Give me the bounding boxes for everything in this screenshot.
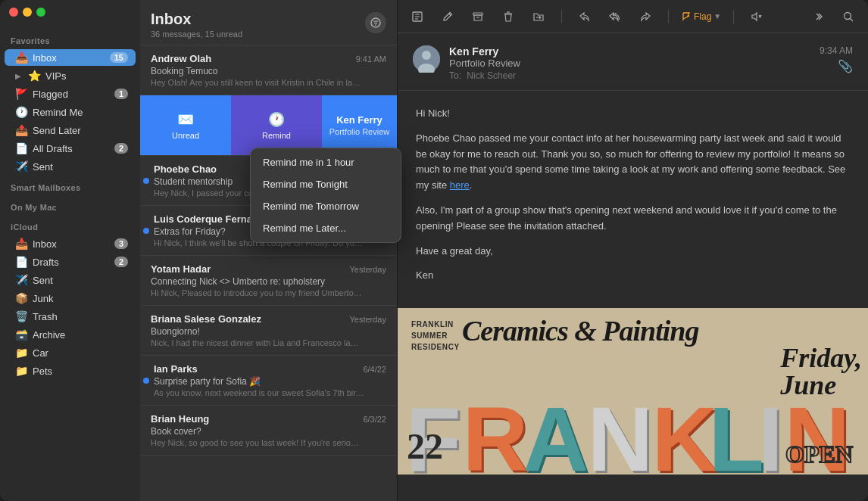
sidebar-item-icloud-car[interactable]: 📁 Car: [5, 344, 136, 361]
message-row[interactable]: Ian Parks 6/4/22 Surprise party for Sofi…: [140, 356, 397, 406]
sidebar-item-icloud-drafts[interactable]: 📄 Drafts 2: [5, 254, 136, 270]
filter-button[interactable]: [365, 12, 386, 33]
sidebar-item-sent[interactable]: ✈️ Sent: [5, 158, 136, 175]
remind-1hour-item[interactable]: Remind me in 1 hour: [251, 151, 401, 173]
compose-button[interactable]: [407, 6, 428, 27]
sidebar-item-inbox[interactable]: 📥 Inbox 15: [5, 49, 136, 66]
svg-text:A: A: [523, 388, 589, 475]
new-compose-button[interactable]: [437, 6, 458, 27]
icloud-inbox-badge: 3: [114, 238, 128, 249]
svg-text:L: L: [709, 388, 764, 475]
flag-button[interactable]: Flag ▼: [681, 11, 721, 22]
icloud-sent-icon: ✈️: [15, 274, 27, 286]
reply-button[interactable]: [574, 6, 595, 27]
message-row-swiped: ✉️ Unread 🕐 Remind Ken Ferry Portfolio R…: [140, 95, 397, 156]
mail-window: Favorites 📥 Inbox 15 ▶ ⭐ VIPs 🚩 Flagged …: [0, 0, 868, 501]
ken-ferry-swipe-card[interactable]: Ken Ferry Portfolio Review: [322, 95, 397, 155]
sidebar-item-send-later[interactable]: 📤 Send Later: [5, 122, 136, 138]
sidebar-item-label: Drafts: [33, 257, 109, 268]
poster-date-number: 22: [407, 425, 443, 467]
delete-button[interactable]: [498, 6, 519, 27]
unread-label: Unread: [172, 131, 199, 140]
sidebar-item-label: Car: [33, 347, 128, 359]
email-link[interactable]: here: [450, 179, 470, 191]
msg-time: Yesterday: [349, 265, 386, 274]
email-body: Hi Nick! Phoebe Chao passed me your cont…: [398, 91, 868, 501]
sent-icon: ✈️: [15, 160, 27, 173]
email-view: Flag ▼: [398, 0, 868, 501]
unread-icon: ✉️: [177, 111, 194, 128]
poster-open-text: OPEN: [785, 440, 853, 468]
msg-subject: Booking Temuco: [151, 66, 386, 76]
email-text: Hi Nick! Phoebe Chao passed me your cont…: [398, 91, 868, 308]
svg-line-17: [851, 18, 854, 21]
poster-friday: Friday,June: [780, 344, 862, 399]
inbox-badge: 15: [110, 52, 128, 63]
sidebar-item-icloud-junk[interactable]: 📦 Junk: [5, 290, 136, 307]
msg-sender: Yotam Hadar: [151, 263, 211, 275]
message-list: Inbox 36 messages, 15 unread Andrew Olah: [140, 0, 398, 501]
email-para3: Have a great day,: [416, 244, 850, 260]
sidebar-item-label: Inbox: [33, 52, 105, 64]
send-later-icon: 📤: [15, 124, 27, 136]
message-list-title: Inbox: [151, 11, 242, 28]
msg-sender: Phoebe Chao: [154, 163, 217, 175]
message-row[interactable]: Andrew Olah 9:41 AM Booking Temuco Hey O…: [140, 45, 397, 95]
toolbar-separator-2: [668, 10, 669, 23]
sidebar-item-icloud-sent[interactable]: ✈️ Sent: [5, 272, 136, 288]
msg-time: Yesterday: [349, 315, 386, 324]
msg-sender: Andrew Olah: [151, 53, 211, 64]
sidebar-item-flagged[interactable]: 🚩 Flagged 1: [5, 86, 136, 102]
poster-title: Ceramics & Painting: [462, 314, 698, 347]
email-greeting: Hi Nick!: [416, 106, 850, 122]
flag-label: Flag: [694, 11, 711, 22]
message-row[interactable]: Briana Salese Gonzalez Yesterday Buongio…: [140, 306, 397, 356]
move-button[interactable]: [528, 6, 549, 27]
reply-all-button[interactable]: [604, 6, 626, 27]
sidebar-item-all-drafts[interactable]: 📄 All Drafts 2: [5, 140, 136, 157]
sidebar-item-label: Sent: [33, 161, 128, 173]
flag-chevron-icon: ▼: [713, 12, 721, 20]
svg-line-8: [449, 14, 451, 16]
close-button[interactable]: [9, 8, 18, 17]
archive-button[interactable]: [467, 6, 489, 27]
message-row[interactable]: Brian Heung 6/3/22 Book cover? Hey Nick,…: [140, 406, 397, 456]
svg-point-19: [422, 51, 431, 60]
message-row[interactable]: Yotam Hadar Yesterday Connecting Nick <>…: [140, 256, 397, 306]
swipe-unread-button[interactable]: ✉️ Unread: [140, 95, 231, 155]
more-button[interactable]: [807, 6, 829, 27]
ken-ferry-name: Ken Ferry: [336, 114, 382, 126]
sidebar-item-icloud-trash[interactable]: 🗑️ Trash: [5, 308, 136, 325]
forward-button[interactable]: [635, 6, 656, 27]
email-para2: Also, I'm part of a group show that's op…: [416, 203, 850, 235]
msg-sender: Ian Parks: [154, 363, 198, 375]
msg-time: 6/4/22: [363, 365, 386, 374]
sidebar-item-icloud-pets[interactable]: 📁 Pets: [5, 363, 136, 379]
minimize-button[interactable]: [23, 8, 32, 17]
remind-swipe-icon: 🕐: [268, 111, 285, 128]
sidebar-item-label: Send Later: [33, 125, 128, 136]
sidebar-item-remind-me[interactable]: 🕐 Remind Me: [5, 104, 136, 120]
remind-tonight-item[interactable]: Remind me Tonight: [251, 173, 401, 195]
remind-tomorrow-item[interactable]: Remind me Tomorrow: [251, 195, 401, 217]
msg-subject: Connecting Nick <> Umberto re: upholster…: [151, 276, 386, 287]
sidebar-item-label: Junk: [33, 293, 128, 304]
sidebar-item-icloud-archive[interactable]: 🗃️ Archive: [5, 326, 136, 343]
sidebar-item-vips[interactable]: ▶ ⭐ VIPs: [5, 67, 136, 84]
maximize-button[interactable]: [36, 8, 45, 17]
email-to: To: Nick Scheer: [449, 70, 810, 81]
to-name: Nick Scheer: [467, 70, 516, 81]
unread-dot: [143, 378, 149, 384]
search-button[interactable]: [838, 6, 859, 27]
sidebar-item-label: All Drafts: [33, 143, 109, 154]
icloud-drafts-badge: 2: [114, 257, 128, 267]
ken-ferry-subject: Portfolio Review: [329, 127, 389, 136]
toolbar-separator: [561, 10, 562, 23]
mute-button[interactable]: [746, 6, 767, 27]
swipe-remind-button[interactable]: 🕐 Remind: [231, 95, 322, 155]
msg-preview: Hi Nick, Pleased to introduce you to my …: [151, 288, 363, 297]
remind-later-item[interactable]: Remind me Later...: [251, 217, 401, 239]
swipe-actions-container: ✉️ Unread 🕐 Remind Ken Ferry Portfolio R…: [140, 95, 397, 155]
message-list-subtitle: 36 messages, 15 unread: [151, 30, 242, 39]
sidebar-item-icloud-inbox[interactable]: 📥 Inbox 3: [5, 235, 136, 252]
